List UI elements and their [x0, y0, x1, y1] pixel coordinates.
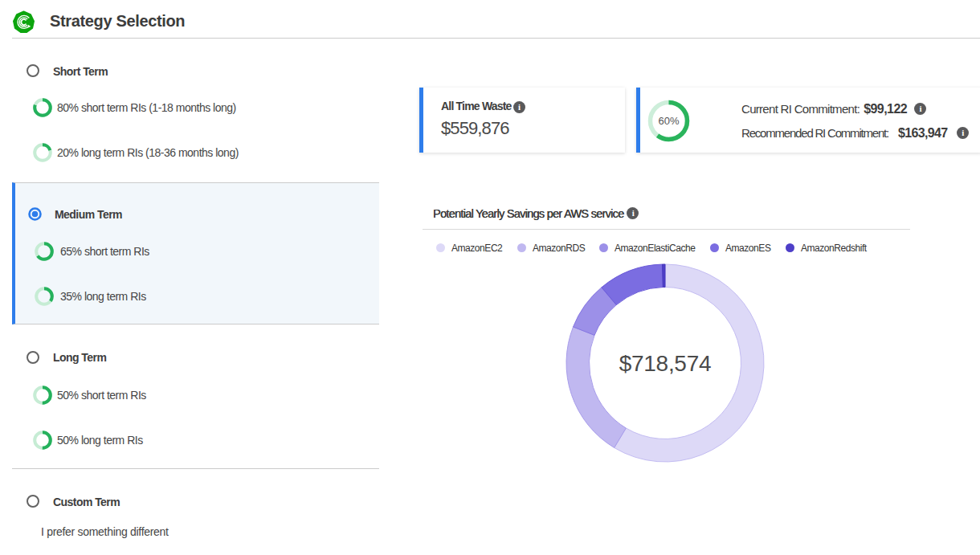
svg-text:60%: 60% [658, 115, 679, 127]
